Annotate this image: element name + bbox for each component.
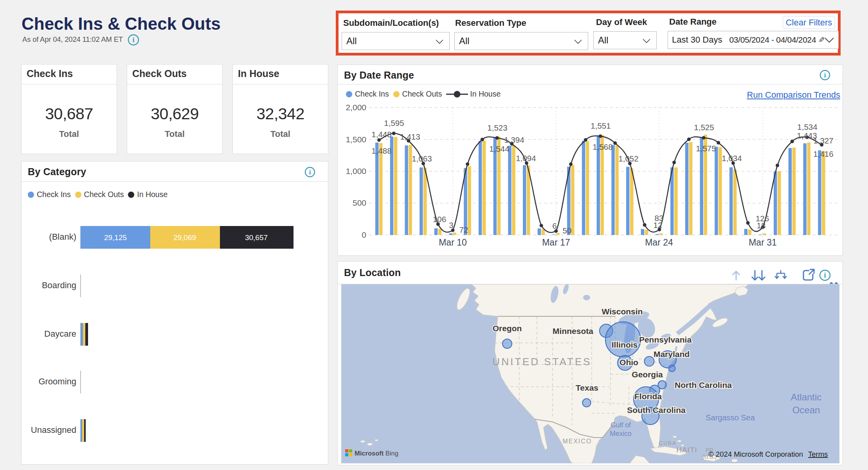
svg-text:1,525: 1,525: [694, 123, 714, 132]
svg-text:1,500: 1,500: [346, 135, 366, 144]
svg-text:1,544: 1,544: [489, 144, 509, 153]
svg-text:Oregon: Oregon: [493, 324, 522, 333]
svg-text:i: i: [309, 169, 311, 176]
svg-text:1,413: 1,413: [400, 132, 420, 141]
svg-text:Gulf of: Gulf of: [610, 421, 631, 429]
svg-text:Ohio: Ohio: [619, 358, 638, 367]
svg-text:Pennsylvania: Pennsylvania: [639, 335, 692, 344]
svg-text:1,488: 1,488: [371, 146, 391, 155]
svg-text:1,595: 1,595: [384, 118, 404, 127]
svg-text:1,523: 1,523: [487, 123, 507, 132]
svg-text:1,568: 1,568: [592, 142, 612, 151]
svg-text:i: i: [824, 271, 826, 279]
svg-text:Mar 10: Mar 10: [439, 237, 467, 248]
svg-text:1,416: 1,416: [813, 149, 833, 158]
svg-text:18: 18: [757, 221, 766, 230]
svg-text:2,000: 2,000: [346, 103, 366, 112]
svg-text:3: 3: [449, 221, 453, 230]
svg-text:1,327: 1,327: [813, 136, 833, 145]
svg-text:1,063: 1,063: [412, 154, 432, 163]
svg-text:UNITED STATES: UNITED STATES: [492, 356, 591, 368]
svg-text:Atlantic: Atlantic: [791, 392, 822, 402]
svg-text:500: 500: [353, 198, 366, 207]
svg-text:Georgia: Georgia: [632, 370, 663, 379]
svg-text:72: 72: [459, 225, 468, 234]
svg-text:Mar 17: Mar 17: [542, 237, 570, 248]
svg-text:Texas: Texas: [576, 383, 598, 392]
svg-text:1,575: 1,575: [696, 144, 716, 153]
svg-text:CUBA: CUBA: [659, 440, 677, 446]
svg-text:Minnesota: Minnesota: [553, 326, 593, 335]
svg-text:106: 106: [433, 215, 446, 224]
svg-text:Illinois: Illinois: [612, 340, 638, 349]
svg-text:12: 12: [654, 221, 663, 230]
svg-text:6: 6: [552, 221, 556, 230]
svg-text:Maryland: Maryland: [654, 350, 690, 359]
svg-text:1,551: 1,551: [591, 121, 610, 130]
svg-text:1,394: 1,394: [504, 135, 524, 144]
svg-text:Mexico: Mexico: [610, 430, 631, 438]
svg-text:Microsoft Bing: Microsoft Bing: [355, 450, 398, 457]
svg-text:North Carolina: North Carolina: [675, 380, 732, 389]
svg-text:South Carolina: South Carolina: [627, 405, 686, 414]
svg-text:i: i: [132, 36, 134, 44]
svg-text:Sargasso Sea: Sargasso Sea: [706, 413, 755, 422]
svg-text:Ocean: Ocean: [792, 405, 820, 415]
svg-text:HAITI: HAITI: [676, 446, 697, 454]
svg-text:Mar 24: Mar 24: [645, 237, 673, 248]
svg-text:Florida: Florida: [634, 392, 662, 401]
svg-text:i: i: [824, 72, 826, 79]
svg-text:MEXICO: MEXICO: [562, 438, 592, 445]
svg-text:© 2024 Microsoft Corporation: © 2024 Microsoft Corporation: [708, 450, 803, 458]
svg-text:50: 50: [563, 226, 572, 235]
svg-text:0: 0: [362, 230, 366, 239]
svg-text:1,034: 1,034: [722, 154, 742, 163]
svg-text:Wisconsin: Wisconsin: [602, 307, 643, 316]
svg-text:1,094: 1,094: [516, 154, 536, 163]
svg-text:Mar 31: Mar 31: [749, 237, 777, 248]
svg-text:1,534: 1,534: [797, 122, 817, 131]
svg-text:1,448: 1,448: [371, 130, 391, 139]
svg-text:1,000: 1,000: [346, 167, 366, 176]
svg-text:Terms: Terms: [808, 450, 828, 458]
svg-text:1,052: 1,052: [618, 154, 638, 163]
